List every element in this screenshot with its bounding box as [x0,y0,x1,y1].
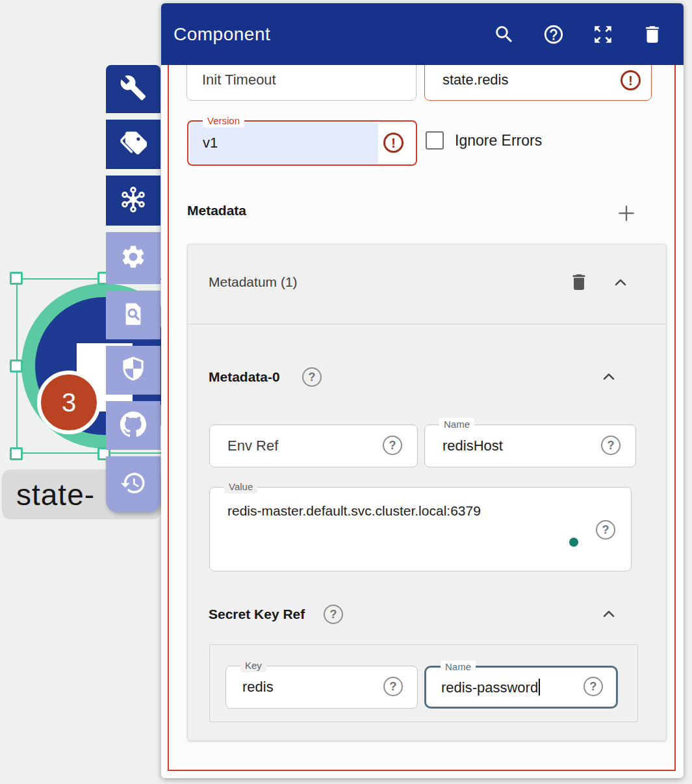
panel-body[interactable]: Init Timeout state.redis Version v1 Igno… [161,65,684,778]
selection-handle-mid-left[interactable] [10,359,23,372]
metadatum-card: Metadatum (1) Metadata-0 Env Ref Name re… [187,244,667,741]
secret-key-field[interactable]: Key redis [225,666,418,709]
collapse-metadatum-chevron-icon[interactable] [611,274,630,292]
search-icon[interactable] [493,23,516,46]
secret-name-field[interactable]: Name redis-password [424,666,618,709]
delete-icon[interactable] [641,23,664,46]
component-type-field[interactable]: state.redis [424,65,652,101]
add-metadata-button[interactable] [616,203,637,224]
shield-icon [120,356,147,385]
metadata-value-label: Value [224,480,257,493]
secret-key-value: redis [242,679,274,696]
wrench-icon [120,74,147,104]
selection-handle-top-left[interactable] [10,272,23,285]
version-label: Version [203,114,244,127]
version-field[interactable]: Version v1 [187,120,417,166]
toolbar-history-button[interactable] [106,456,160,512]
hub-icon [120,186,147,216]
component-type-value: state.redis [442,72,509,88]
error-count-badge: 3 [37,371,101,434]
selection-handle-bottom-left[interactable] [10,447,23,460]
panel-header: Component [161,3,684,65]
toolbar-settings-button[interactable] [106,232,160,284]
toolbar-security-button[interactable] [106,346,160,395]
secret-key-ref-group: Key redis Name redis-password [209,644,638,722]
toolbar-tag-button[interactable] [106,120,160,169]
gear-icon [120,243,147,273]
status-dot [569,538,578,547]
toolbar-wrench-button[interactable] [106,65,160,113]
init-timeout-field[interactable]: Init Timeout [186,65,416,101]
help-icon[interactable] [383,677,403,696]
collapse-secret-key-ref-chevron-icon[interactable] [600,605,618,623]
component-properties-panel: Component Init Timeout state.redis Versi… [161,3,684,778]
secret-name-value: redis-password [441,679,538,696]
autofill-highlight [190,123,378,164]
error-icon [383,133,404,153]
file-search-icon [120,300,147,330]
env-ref-field[interactable]: Env Ref [209,425,418,467]
divider [188,324,666,324]
init-timeout-placeholder: Init Timeout [202,72,276,88]
toolbar-github-button[interactable] [106,401,160,450]
help-icon[interactable] [542,23,565,46]
text-cursor [539,679,540,696]
tag-icon [120,129,147,159]
ignore-errors-label: Ignore Errors [455,131,542,150]
toolbar-inspect-button[interactable] [106,291,160,339]
history-icon [120,469,147,499]
secret-name-label: Name [441,660,476,673]
metadata-value-field[interactable]: Value redis-master.default.svc.cluster.l… [209,487,632,571]
version-value: v1 [203,135,218,151]
secret-key-ref-heading: Secret Key Ref [209,607,305,622]
help-icon[interactable] [596,520,615,540]
secret-key-label: Key [240,659,266,672]
metadatum-card-title: Metadatum (1) [209,274,298,290]
ignore-errors-checkbox[interactable] [426,131,444,150]
help-icon[interactable] [601,436,621,455]
toolbar-hub-button[interactable] [106,176,160,226]
panel-title: Component [173,24,467,45]
metadata-heading: Metadata [187,203,246,218]
metadata-name-field[interactable]: Name redisHost [424,425,636,467]
delete-metadatum-button[interactable] [569,272,589,293]
metadata-name-value: redisHost [442,438,503,454]
expand-icon[interactable] [591,23,615,46]
help-icon[interactable] [302,367,322,387]
help-icon[interactable] [583,677,603,696]
metadata-name-label: Name [439,418,474,431]
env-ref-placeholder: Env Ref [227,438,278,454]
github-icon [120,411,147,441]
help-icon[interactable] [324,605,343,624]
collapse-metadata-0-chevron-icon[interactable] [600,368,618,386]
metadata-0-heading: Metadata-0 [209,369,280,385]
metadata-value-text: redis-master.default.svc.cluster.local:6… [227,503,481,519]
help-icon[interactable] [383,436,402,455]
error-icon [621,70,641,90]
